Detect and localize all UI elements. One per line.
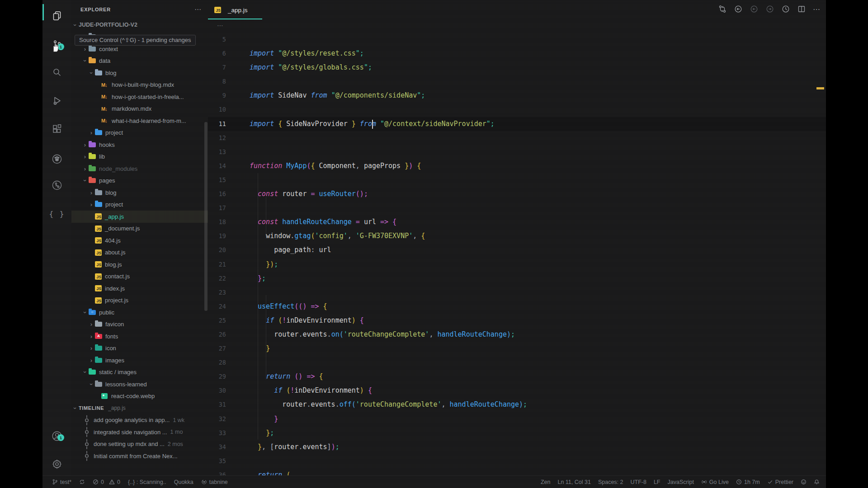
compare-changes-icon[interactable] [718, 5, 727, 14]
tree-item[interactable]: JS_document.js [71, 223, 208, 235]
status-item[interactable] [79, 479, 85, 485]
braces-icon[interactable]: { } [42, 205, 71, 223]
history-icon[interactable] [781, 5, 790, 14]
code-line[interactable]: 7import "@/styles/globals.css"; [208, 61, 826, 75]
code-line[interactable]: 22 }; [208, 272, 826, 286]
timeline-item[interactable]: done setting up mdx and ...2 mos [71, 438, 208, 450]
settings-gear-icon[interactable] [42, 455, 71, 473]
tree-item[interactable]: JSindex.js [71, 282, 208, 295]
split-editor-icon[interactable] [797, 5, 806, 14]
status-item[interactable]: 1h 7m [736, 479, 760, 485]
timeline-item[interactable]: add google analytics in app...1 wk [71, 414, 208, 427]
code-line[interactable]: 36 return ( [208, 468, 826, 476]
search-icon[interactable] [42, 63, 71, 81]
code-line[interactable]: 28 [208, 356, 826, 370]
code-line[interactable]: 27 } [208, 342, 826, 356]
status-item[interactable]: test* [52, 479, 71, 485]
tree-item[interactable]: ›blog [71, 67, 208, 79]
tree-item[interactable]: ›project [71, 199, 208, 211]
back-icon[interactable] [734, 5, 743, 14]
status-item[interactable]: UTF-8 [630, 479, 646, 485]
status-item[interactable]: Spaces: 2 [598, 479, 623, 485]
tree-item[interactable]: ›images [71, 354, 208, 366]
tree-item[interactable]: ›blog [71, 187, 208, 199]
prev-change-icon[interactable] [750, 5, 759, 14]
code-line[interactable]: 29 return () => { [208, 370, 826, 384]
tree-item[interactable]: JS404.js [71, 235, 208, 247]
code-line[interactable]: 26 router.events.on('routeChangeComplete… [208, 328, 826, 342]
tree-item[interactable]: ›lib [71, 151, 208, 163]
timeline-header[interactable]: › TIMELINE _app.js [71, 402, 208, 414]
code-line[interactable]: 30 if (!inDevEnvironment) { [208, 384, 826, 398]
more-actions-icon[interactable]: ⋯ [813, 5, 821, 14]
status-item[interactable]: Quokka [174, 479, 193, 485]
quokka-paw-icon[interactable] [42, 150, 71, 168]
status-item[interactable]: JavaScript [668, 479, 694, 485]
code-line[interactable]: 24 useEffect(() => { [208, 300, 826, 314]
status-item[interactable]: Zen [541, 479, 551, 485]
code-line[interactable]: 34 }, [router.events]); [208, 440, 826, 454]
code-line[interactable]: 21 }); [208, 258, 826, 272]
tree-item[interactable]: JSblog.js [71, 258, 208, 271]
tree-item[interactable]: ›data [71, 55, 208, 67]
code-line[interactable]: 10 [208, 103, 826, 117]
account-icon[interactable]: 1 [42, 427, 71, 445]
explorer-icon[interactable] [42, 7, 71, 25]
status-item[interactable]: {..} : Scanning.. [128, 479, 166, 485]
tree-item[interactable]: JScontact.js [71, 271, 208, 283]
code-line[interactable]: 20 page_path: url [208, 243, 826, 257]
code-line[interactable]: 23 [208, 286, 826, 300]
tree-item[interactable]: M↓how-i-got-started-in-freela... [71, 91, 208, 103]
extensions-icon[interactable] [42, 120, 71, 138]
status-item[interactable] [801, 479, 807, 485]
code-line[interactable]: 8 [208, 75, 826, 89]
code-line[interactable]: 19 window.gtag('config', 'G-FW370EXVNP',… [208, 229, 826, 243]
status-item[interactable]: Prettier [767, 479, 793, 485]
timeline-item[interactable]: integrated side navigation ...1 mo [71, 426, 208, 438]
code-line[interactable]: 11import { SideNavProvider } from "@/con… [208, 117, 826, 131]
explorer-more-icon[interactable]: ⋯ [194, 5, 202, 14]
code-line[interactable]: 32 } [208, 412, 826, 426]
code-line[interactable]: 6import "@/styles/reset.css"; [208, 47, 826, 61]
code-line[interactable]: 12 [208, 131, 826, 145]
run-debug-icon[interactable] [42, 92, 71, 110]
code-line[interactable]: 33 }; [208, 426, 826, 440]
status-item[interactable]: LF [654, 479, 660, 485]
code-line[interactable]: 25 if (!inDevEnvironment) { [208, 314, 826, 328]
code-line[interactable]: 31 router.events.off('routeChangeComplet… [208, 398, 826, 412]
tree-item[interactable]: ›icon [71, 343, 208, 355]
tree-item[interactable]: M↓what-i-had-learned-from-m... [71, 115, 208, 127]
tree-item[interactable]: ›Afonts [71, 330, 208, 343]
code-line[interactable]: 16 const router = useRouter(); [208, 187, 826, 201]
code-line[interactable]: 35 [208, 454, 826, 468]
explorer-scrollbar[interactable] [204, 122, 208, 311]
status-item[interactable] [814, 479, 820, 485]
tree-item[interactable]: ›lessons-learned [71, 378, 208, 390]
code-line[interactable]: 15 [208, 173, 826, 187]
code-area[interactable]: 56import "@/styles/reset.css";7import "@… [208, 33, 826, 476]
tree-item[interactable]: JSproject.js [71, 295, 208, 307]
code-line[interactable]: 14function MyApp({ Component, pageProps … [208, 159, 826, 173]
tree-item[interactable]: JS_app.js [71, 211, 208, 223]
code-line[interactable]: 18 const handleRouteChange = url => { [208, 215, 826, 229]
code-line[interactable]: 9import SideNav from "@/components/sideN… [208, 89, 826, 103]
status-item[interactable]: Go Live [701, 479, 729, 485]
timeline-item[interactable]: Initial commit from Create Nex... [71, 450, 208, 462]
tab-app-js[interactable]: JS _app.js [208, 0, 259, 20]
tree-item[interactable]: M↓markdown.mdx [71, 103, 208, 115]
tree-item[interactable]: JSabout.js [71, 247, 208, 259]
tree-item[interactable]: ›static / images [71, 366, 208, 379]
tree-item[interactable]: ›hooks [71, 139, 208, 151]
tree-item[interactable]: ›node_modules [71, 163, 208, 175]
code-line[interactable]: 5 [208, 33, 826, 47]
status-item[interactable]: 00 [93, 479, 120, 485]
tree-item[interactable]: ›○public [71, 306, 208, 319]
code-line[interactable]: 17 [208, 201, 826, 215]
breadcrumb[interactable]: ⋯ [217, 22, 224, 29]
code-line[interactable]: 13 [208, 145, 826, 159]
gitlens-icon[interactable] [42, 176, 71, 194]
status-item[interactable]: Ln 11, Col 31 [557, 479, 590, 485]
tree-item[interactable]: ›favicon [71, 319, 208, 331]
tree-item[interactable]: ›pages [71, 175, 208, 187]
status-item[interactable]: tabnine [201, 479, 228, 485]
